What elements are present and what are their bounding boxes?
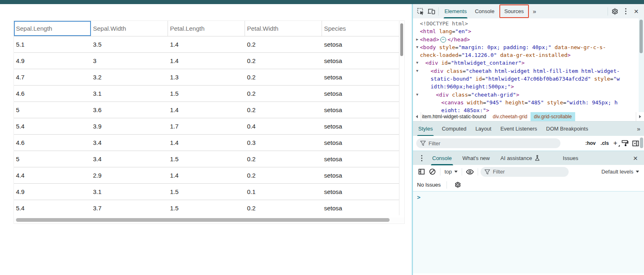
table-cell[interactable]: 3.1 [91, 86, 168, 101]
tab-elements[interactable]: Elements [440, 4, 471, 18]
breadcrumb-scroll-right[interactable] [636, 112, 644, 121]
grid-horizontal-scrollbar[interactable] [14, 217, 404, 223]
code-line[interactable]: ▼<div class="cheetah-grid"> [415, 91, 638, 99]
table-cell[interactable]: 0.2 [245, 86, 322, 101]
table-row[interactable]: 5.13.51.40.2setosa [14, 36, 399, 53]
table-row[interactable]: 5.43.71.50.2setosa [14, 200, 399, 215]
table-cell[interactable]: 4.4 [14, 167, 91, 183]
code-line[interactable]: check-loaded="14.1226.0" data-gr-ext-ins… [415, 51, 638, 59]
styles-filter-input[interactable]: Filter [416, 138, 560, 148]
table-header-cell[interactable]: Sepal.Width [91, 21, 168, 36]
grid-horizontal-scrollbar-thumb[interactable] [16, 218, 390, 222]
tab-event-listeners[interactable]: Event Listeners [496, 122, 542, 136]
log-levels-selector[interactable]: Default levels [600, 169, 641, 175]
table-cell[interactable]: 1.5 [168, 151, 245, 167]
tab-ai-assistance[interactable]: AI assistance [495, 151, 545, 165]
table-cell[interactable]: setosa [322, 102, 399, 118]
tab-styles[interactable]: Styles [414, 122, 437, 136]
new-style-rule-button[interactable]: + [611, 139, 619, 147]
device-toolbar-icon[interactable] [426, 6, 437, 17]
tab-computed[interactable]: Computed [437, 122, 471, 136]
table-cell[interactable]: setosa [322, 118, 399, 134]
console-input-area[interactable]: > [413, 191, 644, 273]
clear-console-icon[interactable] [427, 167, 438, 177]
table-cell[interactable]: setosa [322, 135, 399, 151]
tab-issues[interactable]: Issues [558, 151, 584, 165]
table-row[interactable]: 4.93.11.50.1setosa [14, 184, 399, 200]
expand-arrow-icon[interactable]: ▶ [415, 36, 420, 43]
breadcrumb-item[interactable]: div.cheetah-grid [490, 112, 531, 121]
code-line[interactable]: ▶<head>⋯</head> [415, 36, 638, 43]
table-cell[interactable]: 0.2 [245, 151, 322, 167]
table-cell[interactable]: 4.6 [14, 86, 91, 101]
toggle-class-button[interactable]: .cls [598, 140, 611, 146]
table-cell[interactable]: 5.1 [14, 36, 91, 52]
table-cell[interactable]: 3 [91, 53, 168, 69]
tab-sources[interactable]: Sources [500, 5, 528, 17]
expand-arrow-icon[interactable]: ▼ [415, 91, 420, 99]
table-cell[interactable]: 4.7 [14, 69, 91, 85]
table-cell[interactable]: 0.2 [245, 69, 322, 85]
table-cell[interactable]: 1.5 [168, 86, 245, 101]
table-cell[interactable]: 4.9 [14, 184, 91, 200]
table-cell[interactable]: 5.4 [14, 200, 91, 215]
table-header-cell[interactable]: Petal.Width [245, 21, 322, 36]
close-devtools-icon[interactable]: × [631, 6, 642, 17]
eye-icon[interactable] [465, 167, 475, 177]
grid-vertical-scrollbar[interactable] [399, 21, 404, 215]
table-cell[interactable]: 3.9 [91, 118, 168, 134]
table-cell[interactable]: 1.4 [168, 167, 245, 183]
code-line[interactable]: ▼<div class="cheetah html-widget html-fi… [415, 67, 638, 75]
settings-gear-icon[interactable] [610, 6, 620, 17]
table-cell[interactable]: setosa [322, 167, 399, 183]
drawer-kebab-icon[interactable] [416, 153, 427, 163]
kebab-menu-icon[interactable] [620, 6, 631, 17]
table-cell[interactable]: 3.1 [91, 184, 168, 200]
grid-vertical-scrollbar-thumb[interactable] [400, 23, 403, 56]
table-cell[interactable]: 3.6 [91, 102, 168, 118]
rendering-emulation-icon[interactable] [619, 138, 630, 149]
collapsed-ellipsis-button[interactable]: ⋯ [440, 37, 446, 43]
code-line[interactable]: ▼<div id="htmlwidget_container"> [415, 59, 638, 67]
table-row[interactable]: 53.61.40.2setosa [14, 102, 399, 118]
table-header-cell[interactable]: Sepal.Length [14, 21, 91, 36]
issues-count-label[interactable]: No Issues [416, 182, 441, 188]
table-cell[interactable]: 1.4 [168, 102, 245, 118]
table-cell[interactable]: 5 [14, 102, 91, 118]
table-cell[interactable]: 1.5 [168, 184, 245, 200]
expand-arrow-icon[interactable]: ▼ [415, 43, 420, 51]
table-row[interactable]: 4.63.11.50.2setosa [14, 86, 399, 102]
table-row[interactable]: 4.931.40.2setosa [14, 53, 399, 69]
table-cell[interactable]: setosa [322, 151, 399, 167]
table-cell[interactable]: 1.3 [168, 69, 245, 85]
code-line[interactable]: <!DOCTYPE html> [415, 20, 638, 27]
table-cell[interactable]: setosa [322, 184, 399, 200]
table-row[interactable]: 4.42.91.40.2setosa [14, 167, 399, 184]
context-selector[interactable]: top [443, 169, 459, 175]
table-cell[interactable]: 0.2 [245, 102, 322, 118]
table-cell[interactable]: 1.4 [168, 53, 245, 69]
toggle-hover-state-button[interactable]: :hov [583, 140, 598, 146]
tab-layout[interactable]: Layout [471, 122, 496, 136]
breadcrumb-scroll-left[interactable] [413, 112, 421, 121]
elements-scrollbar-thumb[interactable] [639, 20, 643, 53]
more-panes-icon[interactable]: » [634, 125, 643, 132]
table-cell[interactable]: 0.3 [245, 135, 322, 151]
table-cell[interactable]: setosa [322, 200, 399, 215]
console-filter-input[interactable]: Filter [481, 167, 569, 177]
close-drawer-icon[interactable]: × [630, 153, 641, 163]
table-cell[interactable]: 5 [14, 151, 91, 167]
code-line[interactable]: eight: 485px;"> [415, 106, 638, 112]
tab-drawer-console[interactable]: Console [427, 151, 457, 165]
table-cell[interactable]: 5.4 [14, 118, 91, 134]
table-row[interactable]: 53.41.50.2setosa [14, 151, 399, 167]
table-cell[interactable]: setosa [322, 36, 399, 52]
table-row[interactable]: 4.63.41.40.3setosa [14, 135, 399, 151]
table-row[interactable]: 4.73.21.30.2setosa [14, 69, 399, 86]
table-cell[interactable]: setosa [322, 53, 399, 69]
table-header-cell[interactable]: Species [322, 21, 399, 36]
table-cell[interactable]: 0.1 [245, 184, 322, 200]
table-cell[interactable]: 0.2 [245, 36, 322, 52]
table-cell[interactable]: 2.9 [91, 167, 168, 183]
table-cell[interactable]: 3.7 [91, 200, 168, 215]
